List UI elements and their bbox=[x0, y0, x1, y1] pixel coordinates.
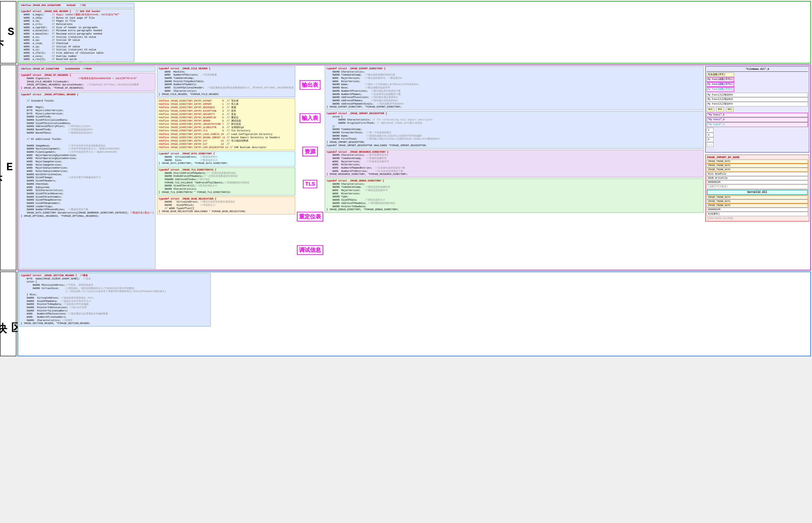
func3-name: My Func3函数(序号3) bbox=[707, 87, 734, 92]
addr-table: My Func1入口地址RVA My Func2入口地址RVA My Func3… bbox=[707, 93, 808, 106]
thunk6: IMAGE_THUNK_DATA bbox=[707, 204, 808, 208]
debug-dir-box: typedef struct _IMAGE_DEBUG_DIRECTORY { … bbox=[325, 178, 704, 213]
data-dir-box: typedef struct _IMAGE_DATA_DIRECTORY { D… bbox=[157, 151, 295, 166]
pe-label: PE头 bbox=[0, 65, 16, 270]
addr2: My Func2入口地址RVA bbox=[707, 97, 808, 102]
export-viz: "FileName.dll",0 无名函数(序号) My Func1函数(序号1… bbox=[705, 66, 809, 152]
nt-headers-text: typedef struct _IMAGE_NT_HEADERS { bbox=[21, 74, 71, 77]
resource-dir-box: typedef struct _IMAGE_RESOURCE_DIRECTORY… bbox=[325, 150, 704, 178]
writefile-item: 002B WriteFile bbox=[707, 176, 808, 180]
hex4-item: 0(结束符) bbox=[707, 212, 808, 216]
export-arrow: 输出表 bbox=[299, 80, 320, 90]
dos-define-box: #define IMAGE_DOS_SIGNATURE 0x5A4D //MZ bbox=[19, 3, 134, 8]
sections-wrapper: #define IMAGE_DOS_SIGNATURE 0x5A4D //MZ … bbox=[16, 0, 812, 357]
addr1: My Func1入口地址RVA bbox=[707, 93, 808, 97]
section-label: 区块 bbox=[0, 271, 16, 356]
filename-box: "FileName.dll",0 bbox=[707, 68, 808, 72]
kernel32-note: (以Kernel32.dll为例) bbox=[707, 217, 808, 220]
dos-label: DOS头部 bbox=[0, 1, 16, 64]
ord-b: b bbox=[707, 138, 714, 142]
section-header-box: typedef struct _IMAGE_SECTION_HEADER { /… bbox=[19, 273, 211, 326]
rva3: RVA bbox=[726, 107, 734, 112]
ord-i: i bbox=[707, 128, 714, 132]
tls-box: typedef struct _IMAGE_TLS_DIRECTORY32 { … bbox=[157, 167, 295, 195]
ordinal-row: i a b ... bbox=[707, 128, 808, 147]
import-desc-box: typedef struct _IMAGE_IMPORT_DESCRIPTOR … bbox=[325, 111, 704, 149]
dos-fields: WORD e_magic; // Magic number(魔数)签名值0x5A… bbox=[21, 13, 133, 62]
mid-col1: #define IMAGE_NT_SIGNATURE 0x00004550 //… bbox=[19, 66, 155, 269]
func2-str: "My Func2",0 bbox=[707, 118, 808, 122]
file-header-box: typedef struct _IMAGE_FILE_HEADER { WORD… bbox=[157, 66, 295, 97]
func1-name: My Func1函数(序号1) bbox=[707, 77, 734, 82]
func-strings: "My Func1",0 "My Func2",0 "My Func3",0 bbox=[707, 113, 808, 127]
func-names: 无名函数(序号) My Func1函数(序号1) My Func2函数(序号2)… bbox=[707, 73, 734, 92]
mid-col4: typedef struct _IMAGE_EXPORT_DIRECTORY {… bbox=[325, 66, 704, 269]
nt-headers-box: typedef struct _IMAGE_NT_HEADERS { DWORD… bbox=[19, 73, 155, 91]
thunk3: IMAGE_THUNK_DATA bbox=[707, 168, 808, 172]
resource-arrow: 资源 bbox=[302, 147, 318, 156]
import-arrow: 输入表 bbox=[299, 113, 320, 123]
mid-col5: "FileName.dll",0 无名函数(序号) My Func1函数(序号1… bbox=[705, 66, 809, 269]
export-func-list: 无名函数(序号) My Func1函数(序号1) My Func2函数(序号2)… bbox=[707, 73, 808, 92]
debug-arrow: 调试信息 bbox=[297, 245, 323, 255]
reloc-arrow: 重定位表 bbox=[297, 212, 323, 221]
rva-row: RVA RVA RVA bbox=[707, 107, 808, 112]
mid-col2: typedef struct _IMAGE_FILE_HEADER { WORD… bbox=[157, 66, 295, 269]
thunk4: IMAGE_THUNK_DATA bbox=[707, 195, 808, 199]
tls-arrow: TLS bbox=[303, 180, 317, 188]
import-viz: IMAGE_IMPORT_BY_NAME IMAGE_THUNK_DATA IM… bbox=[705, 155, 809, 221]
func3-str: "My Func3",0 bbox=[707, 122, 808, 127]
ordinals: i a b ... bbox=[707, 128, 714, 147]
dots-label: ...... bbox=[707, 147, 808, 151]
ord-a: a bbox=[707, 133, 714, 138]
thunk2: IMAGE_THUNK_DATA bbox=[707, 164, 808, 167]
kernel32-dll: Kernel32.dll bbox=[707, 190, 808, 195]
dos-section: #define IMAGE_DOS_SIGNATURE 0x5A4D //MZ … bbox=[18, 1, 811, 64]
whole-page: DOS头部 PE头 区块 #define IMAGE_DOS_SIGNATURE… bbox=[0, 0, 812, 357]
thunk1: IMAGE_THUNK_DATA bbox=[707, 160, 808, 163]
section-section: typedef struct _IMAGE_SECTION_HEADER { /… bbox=[18, 271, 811, 356]
optional-header-box: typedef struct _IMAGE_OPTIONAL_HEADER { … bbox=[19, 92, 155, 269]
nt-sig-box: #define IMAGE_NT_SIGNATURE 0x00004550 //… bbox=[19, 66, 155, 72]
readwrite-items: 0111 ReadFile 002B WriteFile 80000010h (… bbox=[707, 172, 808, 189]
dos-struct-box: typedef struct _IMAGE_DOS_HEADER { // DO… bbox=[19, 9, 134, 62]
dos-define-text: #define IMAGE_DOS_SIGNATURE 0x5A4D //MZ bbox=[21, 4, 86, 7]
dir-defines-box: #define IMAGE_DIRECTORY_ENTRY_EXPORT 0 /… bbox=[157, 98, 295, 150]
thunk-items: IMAGE_THUNK_DATA IMAGE_THUNK_DATA IMAGE_… bbox=[707, 160, 808, 172]
func2-name: My Func2函数(序号2) bbox=[707, 82, 734, 87]
rva1: RVA bbox=[707, 107, 714, 112]
side-labels: DOS头部 PE头 区块 bbox=[0, 0, 16, 357]
thunk5: IMAGE_THUNK_DATA bbox=[707, 199, 808, 203]
addr3: My Func3入口地址RVA bbox=[707, 102, 808, 106]
export-dir-box: typedef struct _IMAGE_EXPORT_DIRECTORY {… bbox=[325, 66, 704, 110]
rva2: RVA bbox=[716, 107, 724, 112]
ord-dots: ... bbox=[707, 142, 714, 147]
pe-section: #define IMAGE_NT_SIGNATURE 0x00004550 //… bbox=[18, 65, 811, 270]
ibn-label: IMAGE_IMPORT_BY_NAME bbox=[707, 156, 808, 159]
dos-left: #define IMAGE_DOS_SIGNATURE 0x5A4D //MZ … bbox=[19, 3, 134, 62]
func1-str: "My Func1",0 bbox=[707, 113, 808, 118]
hex3-item: 80000010h bbox=[707, 208, 808, 212]
readfile-item: 0111 ReadFile bbox=[707, 172, 808, 176]
nt-sig-text: #define IMAGE_NT_SIGNATURE 0x00004550 //… bbox=[21, 68, 92, 70]
reloc-box: typedef struct _IMAGE_BASE_RELOCATION { … bbox=[157, 197, 295, 215]
no-name-func: 无名函数(序号) bbox=[707, 73, 734, 77]
thunk-items2: IMAGE_THUNK_DATA IMAGE_THUNK_DATA IMAGE_… bbox=[707, 195, 808, 216]
hex1-note: (读数字号为数值) bbox=[707, 184, 808, 189]
dos-struct-title: typedef struct _IMAGE_DOS_HEADER { // DO… bbox=[21, 10, 101, 13]
arrow-col: 输出表 输入表 资源 TLS 重定位表 调试信息 bbox=[297, 66, 323, 269]
hex1-item: 80000010h bbox=[707, 180, 808, 184]
